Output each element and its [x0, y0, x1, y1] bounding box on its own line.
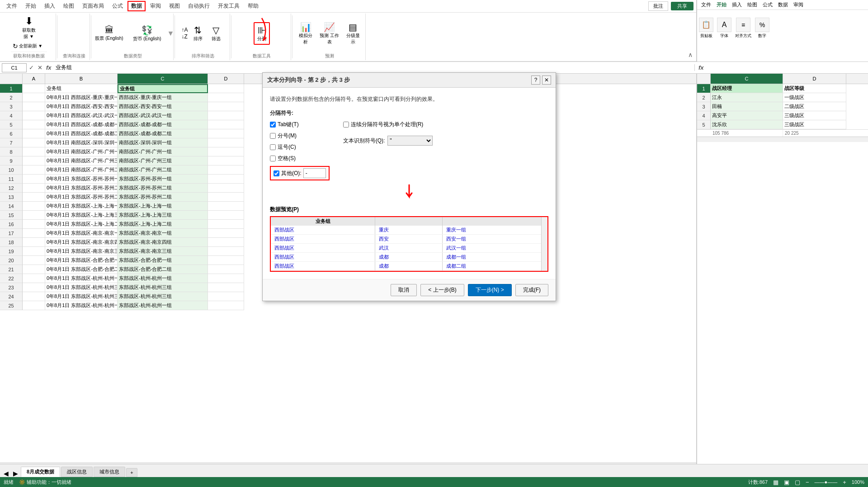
cell[interactable] — [23, 84, 45, 93]
cell[interactable]: 东部战区-上海-上海三组 — [118, 211, 208, 220]
sep-space-checkbox[interactable]: 空格(S) — [270, 155, 330, 162]
sep-tab-checkbox[interactable]: Tab键(T) — [270, 121, 330, 128]
ribbon-btn-outline[interactable]: ▤ 分级显示 — [343, 21, 363, 46]
zoom-minus-icon[interactable]: − — [806, 479, 809, 486]
cell[interactable] — [23, 111, 45, 120]
view-page-icon[interactable]: ▢ — [795, 479, 800, 486]
cell[interactable]: 东部战区-上海-上海二组 — [118, 220, 208, 229]
cell[interactable] — [23, 301, 45, 310]
cell[interactable]: 0年8月1日 东部战区-苏州-苏州二组 — [45, 193, 118, 202]
cell[interactable] — [23, 102, 45, 111]
cell[interactable] — [23, 247, 45, 256]
zoom-slider[interactable]: ——●—— — [815, 479, 838, 485]
right-cell[interactable]: 一级战区 — [783, 93, 846, 102]
col-header-c[interactable]: C — [118, 74, 208, 84]
cell[interactable] — [23, 238, 45, 247]
right-menu-formula[interactable]: 公式 — [760, 1, 775, 9]
sep-semicolon-checkbox[interactable]: 分号(M) — [270, 132, 330, 140]
cell[interactable]: 南部战区-广州-广州一组 — [118, 147, 208, 156]
cell[interactable]: 西部战区-西安-西安一组 — [118, 102, 208, 111]
dialog-close-button[interactable]: ✕ — [542, 76, 551, 85]
ribbon-btn-get-data[interactable]: ⬇ 获取数据 ▼ — [20, 14, 38, 41]
menu-insert[interactable]: 插入 — [41, 1, 59, 11]
cell[interactable] — [208, 220, 244, 229]
right-cell[interactable]: 三级战区 — [783, 120, 846, 129]
cell[interactable]: 0年8月1日 东部战区-上海-上海三组 — [45, 211, 118, 220]
cell[interactable] — [23, 165, 45, 175]
menu-draw[interactable]: 绘图 — [60, 1, 78, 11]
cell[interactable] — [23, 283, 45, 292]
cell[interactable]: 0年8月1日 东部战区-苏州-苏州一组 — [45, 175, 118, 184]
right-cell[interactable]: 沈乐欣 — [711, 120, 783, 129]
cell[interactable]: 0年8月1日 东部战区-南京-南京三组 — [45, 247, 118, 256]
cell[interactable]: 0年8月1日 南部战区-深圳-深圳一组 — [45, 138, 118, 147]
right-col-d[interactable]: D — [783, 74, 846, 84]
cell[interactable]: 0年8月1日 东部战区-合肥-合肥二组 — [45, 265, 118, 274]
cell[interactable] — [208, 238, 244, 247]
right-cell[interactable]: 江永 — [711, 93, 783, 102]
cell[interactable] — [23, 147, 45, 156]
col-header-d[interactable]: D — [208, 74, 244, 84]
sheet-tab-aug[interactable]: 8月成交数据 — [21, 467, 60, 477]
cell[interactable] — [208, 147, 244, 156]
h-scrollbar[interactable] — [0, 463, 696, 464]
ribbon-btn-forecast[interactable]: 📈 预测 工作表 — [317, 21, 342, 46]
cell[interactable]: 东部战区-南京-南京一组 — [118, 229, 208, 238]
formula-cross-icon[interactable]: ✕ — [36, 64, 44, 71]
cell[interactable]: 0年8月1日 东部战区-合肥-合肥一组 — [45, 256, 118, 265]
consecutive-sep-checkbox[interactable]: 连续分隔符号视为单个处理(R) — [343, 121, 433, 128]
cell[interactable]: 东部战区-南京-南京四组 — [118, 238, 208, 247]
cell[interactable]: 0年8月1日 东部战区-杭州-杭州三组 — [45, 292, 118, 301]
cell[interactable]: 东部战区-杭州-杭州一组 — [118, 274, 208, 283]
sep-comma-checkbox[interactable]: 逗号(C) — [270, 143, 330, 151]
cell[interactable] — [208, 120, 244, 129]
cell[interactable] — [23, 292, 45, 301]
ribbon-btn-refresh[interactable]: ↻ 全部刷新 ▼ — [11, 42, 47, 51]
text-qualifier-select[interactable]: " ' 无 — [387, 136, 433, 146]
col-header-a[interactable]: A — [23, 74, 45, 84]
dialog-next-button[interactable]: 下一步(N) > — [468, 284, 512, 296]
sort-desc-icon[interactable]: ↓Z — [181, 33, 188, 40]
cell[interactable] — [208, 202, 244, 211]
right-cell-header-d[interactable]: 战区等级 — [783, 84, 846, 93]
cell[interactable]: 0年8月1日 东部战区-杭州-杭州一组 — [45, 301, 118, 310]
view-normal-icon[interactable]: ▦ — [773, 479, 778, 486]
cell[interactable]: 东部战区-杭州-杭州一组 — [118, 301, 208, 310]
cell[interactable] — [208, 265, 244, 274]
ribbon-collapse-icon[interactable]: ∧ — [688, 51, 693, 58]
menu-review[interactable]: 审阅 — [146, 1, 165, 11]
h-scrollbar-thumb[interactable] — [5, 464, 87, 464]
cell[interactable] — [208, 211, 244, 220]
cell[interactable]: 东部战区-合肥-合肥二组 — [118, 265, 208, 274]
cell[interactable]: 南部战区-广州-广州三组 — [118, 156, 208, 165]
col-header-b[interactable]: B — [45, 74, 118, 84]
cell[interactable]: 南部战区-深圳-深圳一组 — [118, 138, 208, 147]
menu-formula[interactable]: 公式 — [108, 1, 127, 11]
cell[interactable]: 东部战区-杭州-杭州三组 — [118, 283, 208, 292]
ribbon-btn-currency[interactable]: 💱 货币 (English) — [129, 24, 165, 43]
dialog-finish-button[interactable]: 完成(F) — [515, 284, 548, 296]
cell[interactable] — [208, 138, 244, 147]
sep-other-input[interactable] — [303, 168, 326, 178]
right-menu-file[interactable]: 文件 — [699, 1, 713, 9]
ribbon-btn-split[interactable]: ⊪ 分列 — [254, 22, 270, 45]
right-h-scrollbar[interactable] — [697, 137, 868, 142]
right-cell[interactable]: 田楠 — [711, 102, 783, 111]
cell[interactable] — [23, 211, 45, 220]
cell[interactable]: 东部战区-上海-上海一组 — [118, 202, 208, 211]
cell[interactable] — [23, 256, 45, 265]
right-menu-review[interactable]: 审阅 — [791, 1, 806, 9]
cell[interactable] — [208, 184, 244, 193]
menu-layout[interactable]: 页面布局 — [79, 1, 108, 11]
cell[interactable]: 0年8月1日 西部战区-武汉-武汉一组 — [45, 111, 118, 120]
cell[interactable] — [208, 102, 244, 111]
ribbon-btn-stocks[interactable]: 🏛 股票 (English) — [91, 24, 127, 43]
cell[interactable] — [23, 129, 45, 138]
nav-left-icon[interactable]: ◀ — [2, 470, 10, 477]
cell[interactable] — [208, 111, 244, 120]
sheet-tab-city[interactable]: 城市信息 — [94, 467, 125, 477]
cell[interactable] — [208, 292, 244, 301]
cell[interactable]: 业务组 — [118, 84, 208, 93]
cell[interactable]: 0年8月1日 东部战区-杭州-杭州三组 — [45, 283, 118, 292]
right-menu-data[interactable]: 数据 — [776, 1, 790, 9]
